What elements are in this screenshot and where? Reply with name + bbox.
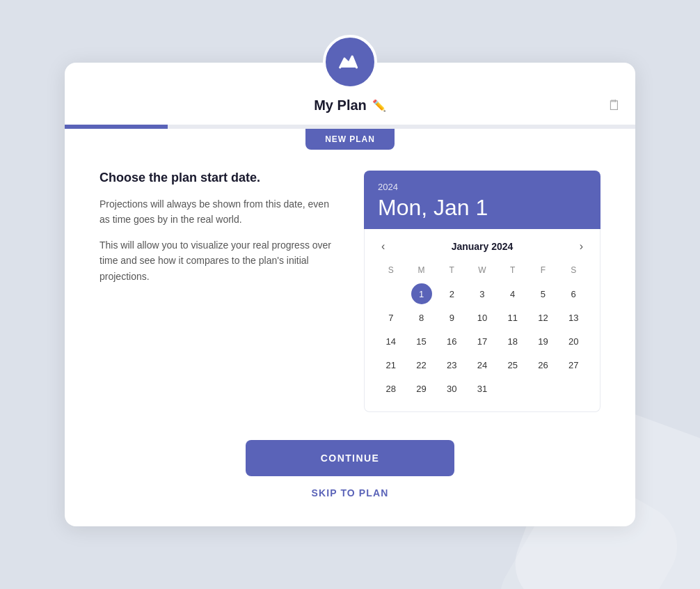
calendar-day[interactable]: 3 (472, 283, 493, 304)
calendar-day[interactable]: 7 (381, 307, 401, 328)
paragraph-1: Projections will always be shown from th… (100, 196, 336, 228)
calendar-day[interactable]: 15 (411, 331, 432, 352)
day-header-cell: T (436, 262, 467, 278)
calendar-selected-header: 2024 Mon, Jan 1 (364, 171, 600, 229)
calendar-day[interactable]: 30 (441, 378, 462, 399)
doc-icon[interactable]: 🗒 (607, 97, 621, 113)
calendar-days-grid: 1234567891011121314151617181920212223242… (376, 282, 589, 400)
paragraph-2: This will allow you to visualize your re… (100, 237, 336, 284)
tab-new-plan[interactable]: NEW PLAN (305, 129, 395, 150)
calendar-day[interactable]: 12 (532, 307, 553, 328)
calendar-day[interactable]: 22 (411, 354, 432, 375)
calendar-day[interactable]: 5 (532, 283, 553, 304)
modal-header: My Plan ✏️ 🗒 (65, 63, 635, 113)
day-header-cell: S (558, 262, 589, 278)
skip-to-plan-link[interactable]: SKIP TO PLAN (312, 487, 389, 498)
calendar-grid: ‹ January 2024 › SMTWTFS 123456789101112… (364, 229, 600, 412)
day-header-cell: T (498, 262, 528, 278)
calendar-day[interactable]: 14 (381, 331, 401, 352)
day-header-cell: M (406, 262, 437, 278)
left-panel: Choose the plan start date. Projections … (100, 171, 336, 294)
calendar-day[interactable]: 27 (563, 354, 584, 375)
calendar-day[interactable]: 6 (563, 283, 584, 304)
actions: CONTINUE SKIP TO PLAN (65, 440, 635, 498)
calendar-day[interactable]: 13 (563, 307, 584, 328)
calendar-day[interactable]: 10 (472, 307, 493, 328)
day-header-cell: W (467, 262, 498, 278)
calendar-selected-date: Mon, Jan 1 (378, 195, 587, 221)
calendar-prev-button[interactable]: ‹ (376, 237, 390, 256)
calendar-day-empty (381, 283, 401, 304)
section-heading: Choose the plan start date. (100, 171, 336, 185)
calendar-day[interactable]: 24 (472, 354, 493, 375)
calendar-month-label: January 2024 (452, 241, 514, 252)
calendar-day[interactable]: 9 (441, 307, 462, 328)
continue-button[interactable]: CONTINUE (246, 440, 454, 476)
calendar-day[interactable]: 18 (502, 331, 523, 352)
calendar-day[interactable]: 8 (411, 307, 432, 328)
edit-icon[interactable]: ✏️ (372, 99, 386, 112)
modal-container: My Plan ✏️ 🗒 NEW PLAN Choose the plan st… (65, 63, 635, 526)
calendar-day[interactable]: 4 (502, 283, 523, 304)
calendar-day[interactable]: 17 (472, 331, 493, 352)
calendar-day[interactable]: 2 (441, 283, 462, 304)
calendar-day[interactable]: 11 (502, 307, 523, 328)
calendar-next-button[interactable]: › (574, 237, 589, 256)
calendar-day[interactable]: 29 (411, 378, 432, 399)
calendar-nav: ‹ January 2024 › (376, 237, 589, 256)
tab-bar: NEW PLAN (65, 129, 635, 150)
modal-title-text: My Plan (314, 97, 367, 113)
modal-title: My Plan ✏️ (314, 97, 386, 113)
calendar-day[interactable]: 21 (381, 354, 401, 375)
calendar-day[interactable]: 26 (532, 354, 553, 375)
calendar-day[interactable]: 31 (472, 378, 493, 399)
calendar-day[interactable]: 20 (563, 331, 584, 352)
calendar-day[interactable]: 25 (502, 354, 523, 375)
day-header-cell: F (528, 262, 559, 278)
calendar-panel: 2024 Mon, Jan 1 ‹ January 2024 › SMTWTFS… (364, 171, 600, 412)
calendar-year: 2024 (378, 182, 587, 192)
day-header-cell: S (376, 262, 406, 278)
calendar-days-header: SMTWTFS (376, 262, 589, 278)
calendar-day[interactable]: 23 (441, 354, 462, 375)
calendar-day[interactable]: 16 (441, 331, 462, 352)
calendar-day[interactable]: 1 (411, 283, 432, 304)
calendar-day[interactable]: 28 (381, 378, 401, 399)
calendar-day[interactable]: 19 (532, 331, 553, 352)
modal-body: Choose the plan start date. Projections … (65, 150, 635, 426)
